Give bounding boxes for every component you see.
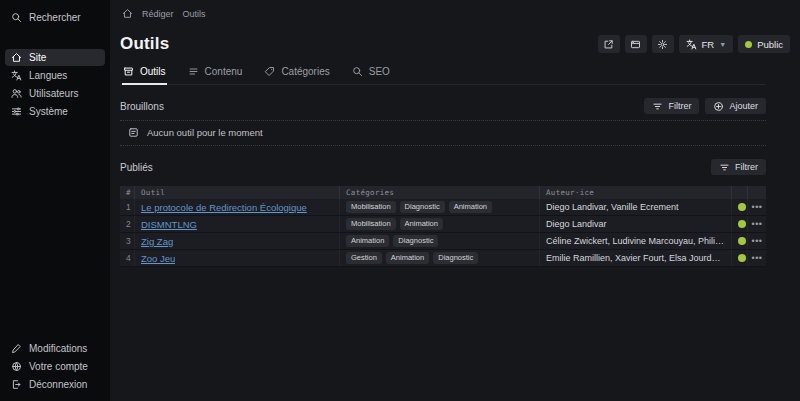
tool-title-cell: Le protocole de Redirection Écologique: [135, 199, 340, 215]
column-header-auteur-ice: Auteur·ice: [540, 186, 732, 199]
list-icon: [188, 66, 199, 77]
tab-contenu[interactable]: Contenu: [187, 62, 244, 84]
row-actions-menu[interactable]: •••: [748, 233, 766, 249]
column-header-outil: Outil: [135, 186, 340, 199]
filter-icon: [652, 101, 663, 112]
drafts-header: Brouillons Filtrer Ajouter: [120, 98, 766, 121]
row-number-cell: 4: [120, 250, 135, 266]
breadcrumb-item-rediger[interactable]: Rédiger: [142, 9, 174, 19]
drafts-empty-message: Aucun outil pour le moment: [147, 127, 263, 138]
published-section: Publiés Filtrer #OutilCatégoriesAuteur·i…: [120, 159, 766, 267]
tool-link[interactable]: DISMNTLNG: [141, 219, 197, 230]
table-header: #OutilCatégoriesAuteur·ice: [120, 186, 766, 199]
published-title: Publiés: [120, 162, 153, 173]
tab-label: Contenu: [205, 66, 243, 77]
authors-cell: Céline Zwickert, Ludivine Marcouyau, Phi…: [540, 233, 732, 249]
sidebar-nav: SiteLanguesUtilisateursSystème: [0, 49, 110, 120]
category-chips: GestionAnimationDiagnostic: [346, 252, 478, 264]
sidebar-item-deconnexion[interactable]: Déconnexion: [5, 376, 105, 393]
category-chip-diagnostic: Diagnostic: [433, 252, 478, 264]
sidebar-item-systeme[interactable]: Système: [5, 103, 105, 120]
published-filter-button[interactable]: Filtrer: [711, 159, 766, 175]
sidebar-item-label: Langues: [29, 70, 67, 81]
settings-button[interactable]: [652, 35, 674, 53]
category-chip-mobilisation: Mobilisation: [346, 201, 396, 213]
tab-categories[interactable]: Catégories: [263, 62, 330, 84]
app-window: Rechercher SiteLanguesUtilisateursSystèm…: [0, 0, 800, 401]
table-row: 2DISMNTLNGMobilisationAnimationDiego Lan…: [120, 216, 766, 233]
page-header: Outils FR ▼ Public: [120, 34, 790, 54]
visibility-badge[interactable]: Public: [738, 35, 790, 53]
sidebar-item-site[interactable]: Site: [5, 49, 105, 66]
authors-cell: Emilie Ramillien, Xavier Fourt, Elsa Jou…: [540, 250, 732, 266]
drafts-filter-button[interactable]: Filtrer: [644, 98, 699, 114]
language-code: FR: [702, 39, 715, 50]
tab-outils[interactable]: Outils: [122, 62, 167, 84]
sidebar-item-langues[interactable]: Langues: [5, 67, 105, 84]
search-icon: [352, 66, 363, 77]
external-link-button[interactable]: [598, 35, 620, 53]
status-cell: [732, 250, 748, 266]
translate-icon: [686, 39, 697, 50]
tab-bar: OutilsContenuCatégoriesSEO: [120, 62, 766, 85]
window-preview-button[interactable]: [625, 35, 647, 53]
table-body: 1Le protocole de Redirection ÉcologiqueM…: [120, 199, 766, 267]
tag-icon: [264, 66, 275, 77]
tool-title-cell: Zoo Jeu: [135, 250, 340, 266]
sidebar-footer-nav: ModificationsVotre compteDéconnexion: [0, 340, 110, 393]
logout-icon: [11, 379, 22, 390]
categories-cell: MobilisationDiagnosticAnimation: [340, 199, 540, 215]
users-icon: [11, 88, 22, 99]
published-table: #OutilCatégoriesAuteur·ice 1Le protocole…: [120, 186, 766, 267]
category-chip-diagnostic: Diagnostic: [400, 201, 445, 213]
category-chip-animation: Animation: [346, 235, 389, 247]
external-link-icon: [603, 39, 614, 50]
row-actions-menu[interactable]: •••: [748, 199, 766, 215]
category-chips: MobilisationAnimation: [346, 218, 443, 230]
sidebar-item-label: Votre compte: [29, 361, 88, 372]
drafts-add-button[interactable]: Ajouter: [705, 98, 766, 114]
row-number-cell: 2: [120, 216, 135, 232]
column-header--: #: [120, 186, 135, 199]
window-icon: [630, 39, 641, 50]
pencil-icon: [11, 343, 22, 354]
sidebar-item-label: Site: [29, 52, 46, 63]
tool-title-cell: DISMNTLNG: [135, 216, 340, 232]
globe-icon: [11, 361, 22, 372]
drafts-buttons: Filtrer Ajouter: [644, 98, 766, 114]
row-actions-menu[interactable]: •••: [748, 216, 766, 232]
language-selector[interactable]: FR ▼: [679, 35, 734, 53]
search-label: Rechercher: [29, 12, 81, 23]
row-actions-menu[interactable]: •••: [748, 250, 766, 266]
visibility-label: Public: [757, 39, 783, 50]
column-header-actions: [748, 186, 766, 199]
breadcrumb-item-outils[interactable]: Outils: [183, 9, 206, 19]
status-cell: [732, 233, 748, 249]
sidebar-item-label: Déconnexion: [29, 379, 87, 390]
sidebar-item-modifications[interactable]: Modifications: [5, 340, 105, 357]
category-chip-animation: Animation: [386, 252, 429, 264]
tool-link[interactable]: Zig Zag: [141, 236, 173, 247]
sidebar-item-votre-compte[interactable]: Votre compte: [5, 358, 105, 375]
plus-circle-icon: [713, 101, 724, 112]
published-filter-label: Filtrer: [735, 162, 758, 172]
tab-seo[interactable]: SEO: [351, 62, 391, 84]
header-actions: FR ▼ Public: [598, 35, 790, 53]
public-status-dot: [745, 41, 752, 48]
category-chip-mobilisation: Mobilisation: [346, 218, 396, 230]
categories-cell: MobilisationAnimation: [340, 216, 540, 232]
tool-link[interactable]: Le protocole de Redirection Écologique: [141, 202, 307, 213]
sidebar-item-utilisateurs[interactable]: Utilisateurs: [5, 85, 105, 102]
status-cell: [732, 216, 748, 232]
category-chip-animation: Animation: [400, 218, 443, 230]
archive-box-icon: [123, 66, 134, 77]
sidebar-search[interactable]: Rechercher: [0, 10, 110, 25]
table-row: 3Zig ZagAnimationDiagnosticCéline Zwicke…: [120, 233, 766, 250]
published-status-dot: [738, 203, 746, 211]
categories-cell: GestionAnimationDiagnostic: [340, 250, 540, 266]
sidebar-spacer: [0, 120, 110, 340]
tool-title-cell: Zig Zag: [135, 233, 340, 249]
category-chip-animation: Animation: [449, 201, 492, 213]
main-content: RédigerOutils Outils FR ▼ Public OutilsC…: [110, 0, 800, 401]
tool-link[interactable]: Zoo Jeu: [141, 253, 175, 264]
